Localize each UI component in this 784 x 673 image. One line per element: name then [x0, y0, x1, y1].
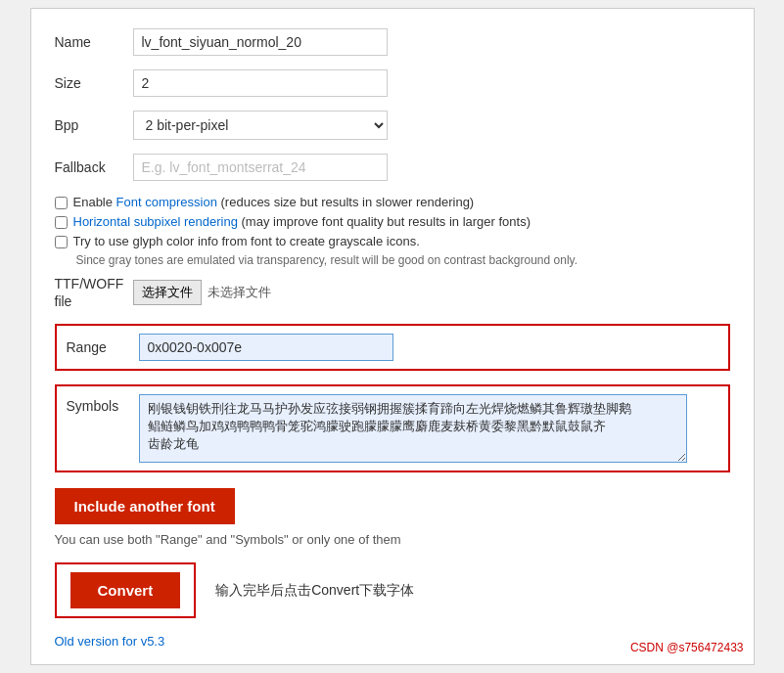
- checkbox1-text: Enable Font compression (reduces size bu…: [73, 195, 475, 209]
- watermark: CSDN @s756472433: [630, 641, 744, 654]
- include-another-font-button[interactable]: Include another font: [55, 488, 235, 524]
- checkbox-row-2: Horizontal subpixel rendering (may impro…: [55, 214, 730, 229]
- subpixel-link[interactable]: Horizontal subpixel rendering: [73, 214, 238, 229]
- fallback-input[interactable]: [133, 154, 388, 181]
- symbols-section: Symbols 刚银钱钥‌铁刑往龙马马护孙发应弦接弱钢拥握簇揉育蹄向左光焊烧燃鳞…: [55, 384, 730, 472]
- size-label: Size: [55, 75, 133, 91]
- file-label: TTF/WOFFfile: [55, 275, 133, 310]
- fallback-row: Fallback: [55, 154, 730, 181]
- symbols-textarea[interactable]: 刚银钱钥‌铁刑往龙马马护孙发应弦接弱钢拥握簇揉育蹄向左光焊烧燃鳞其鲁辉璈垫脚鹅 …: [139, 394, 687, 463]
- name-input[interactable]: [133, 28, 388, 56]
- checkbox-row-3: Try to use glyph color info from font to…: [55, 234, 730, 248]
- bpp-row: Bpp 1 bit-per-pixel 2 bit-per-pixel 4 bi…: [55, 111, 730, 140]
- font-compression-checkbox[interactable]: [55, 197, 68, 209]
- old-version-link[interactable]: Old version for v5.3: [55, 634, 165, 649]
- include-section: Include another font You can use both "R…: [55, 488, 730, 547]
- name-label: Name: [55, 34, 133, 50]
- size-input[interactable]: [133, 69, 388, 97]
- range-input[interactable]: [139, 334, 393, 361]
- bpp-label: Bpp: [55, 117, 133, 133]
- checkbox2-text: Horizontal subpixel rendering (may impro…: [73, 214, 531, 229]
- choose-file-button[interactable]: 选择文件: [133, 280, 202, 305]
- checkbox-section: Enable Font compression (reduces size bu…: [55, 195, 730, 267]
- main-container: Name Size Bpp 1 bit-per-pixel 2 bit-per-…: [30, 8, 755, 665]
- name-row: Name: [55, 28, 730, 56]
- glyph-hint: Since gray tones are emulated via transp…: [76, 253, 730, 267]
- file-no-file-text: 未选择文件: [208, 284, 271, 301]
- file-section: TTF/WOFFfile 选择文件 未选择文件: [55, 275, 730, 310]
- font-compression-link[interactable]: Font compression: [116, 195, 217, 209]
- range-section: Range: [55, 324, 730, 371]
- checkbox-row-1: Enable Font compression (reduces size bu…: [55, 195, 730, 209]
- bpp-select[interactable]: 1 bit-per-pixel 2 bit-per-pixel 4 bit-pe…: [133, 111, 388, 140]
- size-row: Size: [55, 69, 730, 97]
- include-hint: You can use both "Range" and "Symbols" o…: [55, 532, 730, 547]
- convert-hint: 输入完毕后点击Convert下载字体: [215, 582, 414, 600]
- checkbox3-text: Try to use glyph color info from font to…: [73, 234, 420, 248]
- glyph-color-checkbox[interactable]: [55, 236, 68, 248]
- convert-border: Convert: [55, 562, 197, 618]
- range-label: Range: [67, 339, 139, 355]
- convert-section: Convert 输入完毕后点击Convert下载字体: [55, 562, 730, 618]
- subpixel-checkbox[interactable]: [55, 216, 68, 229]
- symbols-label: Symbols: [67, 398, 139, 414]
- fallback-label: Fallback: [55, 159, 133, 175]
- convert-button[interactable]: Convert: [70, 572, 181, 608]
